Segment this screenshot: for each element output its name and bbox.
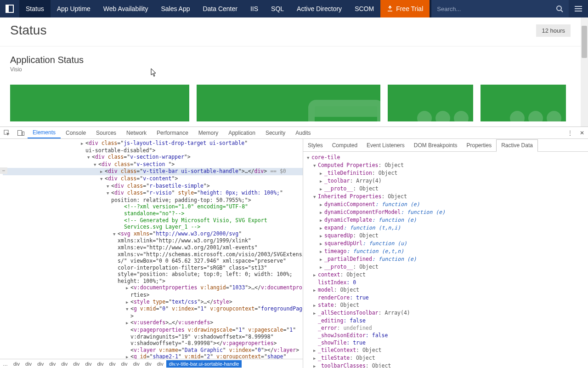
side-tab-computed[interactable]: Computed (328, 139, 362, 151)
ractive-property[interactable]: _allSectionsToolbar: Array(4) (307, 309, 584, 317)
breadcrumb-item[interactable]: div (58, 361, 70, 367)
status-tile[interactable] (388, 85, 473, 121)
devtools-tab-sources[interactable]: Sources (91, 127, 121, 138)
ractive-property[interactable]: _error: undefined (307, 324, 584, 332)
dom-node[interactable]: <div class="r-basetile-simple"> (3, 183, 303, 190)
breadcrumb-item[interactable]: div (154, 361, 166, 367)
ractive-property[interactable]: expand: function (t,n,i) (307, 224, 584, 232)
nav-item-data-center[interactable]: Data Center (196, 0, 243, 17)
ractive-data-panel[interactable]: core-tileComputed Properties: Object_til… (303, 152, 588, 368)
free-trial-button[interactable]: Free Trial (380, 0, 430, 17)
dom-node[interactable]: <v:pageproperties v:drawingscale="1" v:p… (3, 327, 303, 347)
breadcrumb-item[interactable]: div (119, 361, 130, 367)
dom-node[interactable]: <div class="v-content"> (3, 175, 303, 183)
ractive-property[interactable]: dynamicComponent: function (e) (307, 201, 584, 208)
search-box[interactable] (431, 0, 569, 17)
devtools-tab-memory[interactable]: Memory (193, 127, 223, 138)
breadcrumb-item[interactable]: div (34, 361, 46, 367)
ractive-property[interactable]: state: Object (307, 301, 584, 309)
dom-node[interactable]: <g id="shape2-1" v:mid="2" v:groupcontex… (3, 353, 303, 359)
ractive-property[interactable]: dynamicTemplate: function (e) (307, 216, 584, 224)
ractive-property[interactable]: renderCore: true (307, 294, 584, 301)
devtools-tab-security[interactable]: Security (260, 127, 290, 138)
ractive-property[interactable]: _showJsonEditor: false (307, 332, 584, 339)
ractive-property[interactable]: squaredUp: Object (307, 232, 584, 240)
breadcrumb-item[interactable]: div (142, 361, 154, 367)
dom-node[interactable]: <v:documentproperties v:langid="1033">…<… (3, 284, 303, 298)
ractive-property[interactable]: Inherited Properties: Object (307, 193, 584, 201)
nav-item-iis[interactable]: IIS (244, 0, 265, 17)
breadcrumb-item[interactable]: div (107, 361, 119, 367)
nav-item-app-uptime[interactable]: App Uptime (51, 0, 97, 17)
breadcrumb-item[interactable]: div (82, 361, 94, 367)
ractive-property[interactable]: squaredUpUrl: function (u) (307, 240, 584, 247)
breadcrumb-item[interactable]: div (11, 361, 23, 367)
time-range-button[interactable]: 12 hours (536, 24, 571, 37)
dom-node[interactable]: <div class="v-title-bar ui-sortable-hand… (3, 168, 303, 175)
side-tab-dom-breakpoints[interactable]: DOM Breakpoints (409, 139, 462, 151)
devtools-tab-console[interactable]: Console (61, 127, 91, 138)
breadcrumb-item[interactable]: … (0, 361, 11, 367)
devtools-tab-network[interactable]: Network (121, 127, 152, 138)
side-tab-styles[interactable]: Styles (303, 139, 328, 151)
dom-node[interactable]: <g v:mid="0" v:index="1" v:groupcontext=… (3, 305, 303, 319)
dom-node[interactable]: <!--?xml version="1.0" encoding="UTF-8"s… (3, 203, 303, 217)
nav-item-active-directory[interactable]: Active Directory (290, 0, 348, 17)
devtools-tab-performance[interactable]: Performance (152, 127, 193, 138)
ractive-property[interactable]: Computed Properties: Object (307, 161, 584, 169)
ractive-property[interactable]: context: Object (307, 271, 584, 279)
breadcrumb-item[interactable]: div (94, 361, 106, 367)
ractive-property[interactable]: __proto__: Object (307, 263, 584, 271)
ractive-property[interactable]: timeago: function (e,t,n) (307, 247, 584, 255)
dom-node[interactable]: <v:userdefs>…</v:userdefs> (3, 319, 303, 327)
ractive-property[interactable]: _tileContext: Object (307, 346, 584, 354)
ractive-property[interactable]: _tileDefinition: Object (307, 169, 584, 177)
hamburger-menu-icon[interactable] (569, 0, 588, 17)
dom-node[interactable]: <div class="v-section-wrapper"> (3, 154, 303, 161)
elements-tree[interactable]: ⋯ <div class="js-layout-list-drop-target… (0, 139, 303, 359)
status-tile[interactable] (481, 85, 566, 121)
dom-node[interactable]: <div class="v-section "> (3, 161, 303, 168)
nav-item-sql[interactable]: SQL (265, 0, 290, 17)
breadcrumb-item[interactable]: div.v-title-bar.ui-sortable-handle (166, 360, 242, 368)
status-tile[interactable] (10, 85, 189, 121)
dom-node[interactable]: <div class="js-layout-list-drop-target u… (3, 140, 303, 154)
dom-node[interactable]: <style type="text/css">…</style> (3, 299, 303, 306)
search-icon[interactable] (556, 5, 563, 12)
devtools-tab-application[interactable]: Application (223, 127, 260, 138)
nav-item-web-availability[interactable]: Web Availability (97, 0, 155, 17)
kebab-menu-icon[interactable]: ⋮ (564, 130, 576, 136)
device-icon[interactable] (14, 130, 28, 136)
dom-node[interactable]: <svg xmlns="http://www.w3.org/2000/svg"x… (3, 230, 303, 285)
devtools-tab-audits[interactable]: Audits (290, 127, 316, 138)
ractive-property[interactable]: _partialDefined: function (e) (307, 255, 584, 263)
ractive-property[interactable]: _toolbar: Array(4) (307, 177, 584, 185)
search-input[interactable] (437, 6, 556, 12)
dom-breadcrumbs[interactable]: …divdivdivdivdivdivdivdivdivdivdivdivdiv… (0, 359, 303, 368)
dom-node[interactable]: <v:layer v:name="Data Graphic" v:index="… (3, 347, 303, 354)
ractive-property[interactable]: _tileState: Object (307, 354, 584, 362)
status-tile[interactable] (197, 85, 380, 121)
app-logo[interactable] (0, 0, 19, 17)
ractive-property[interactable]: model: Object (307, 286, 584, 294)
side-tab-properties[interactable]: Properties (462, 139, 496, 151)
breadcrumb-item[interactable]: div (130, 361, 142, 367)
ractive-property[interactable]: __proto__: Object (307, 185, 584, 193)
breadcrumb-item[interactable]: div (46, 361, 58, 367)
breadcrumb-item[interactable]: div (23, 361, 34, 367)
ractive-property[interactable]: _editing: false (307, 317, 584, 324)
dom-node[interactable]: <!-- Generated by Microsoft Visio, SVG E… (3, 217, 303, 230)
nav-item-sales-app[interactable]: Sales App (154, 0, 196, 17)
ractive-property[interactable]: listIndex: 0 (307, 279, 584, 286)
page-scrollbar[interactable] (581, 17, 588, 126)
nav-item-scom[interactable]: SCOM (348, 0, 380, 17)
close-devtools-icon[interactable]: ✕ (576, 130, 588, 136)
ractive-property[interactable]: core-tile (307, 154, 584, 161)
dom-node[interactable]: <div class="r-visio" style="height: 0px;… (3, 190, 303, 203)
ractive-property[interactable]: _showTile: true (307, 339, 584, 346)
devtools-tab-elements[interactable]: Elements (28, 127, 61, 138)
side-tab-event-listeners[interactable]: Event Listeners (362, 139, 409, 151)
breadcrumb-item[interactable]: div (70, 361, 82, 367)
nav-item-status[interactable]: Status (19, 0, 51, 17)
inspect-icon[interactable] (0, 130, 14, 136)
